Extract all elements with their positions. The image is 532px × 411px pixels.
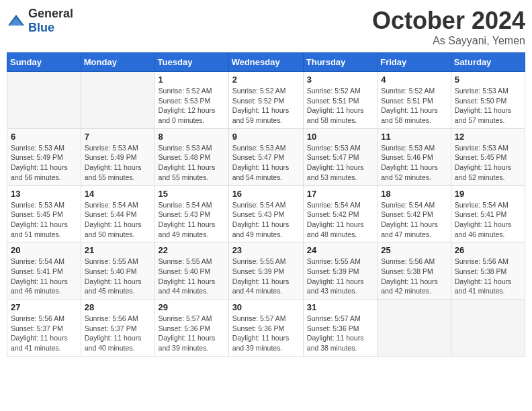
week-row-5: 27Sunrise: 5:56 AM Sunset: 5:37 PM Dayli… [7,300,525,357]
day-info: Sunrise: 5:53 AM Sunset: 5:47 PM Dayligh… [232,143,300,183]
day-info: Sunrise: 5:57 AM Sunset: 5:36 PM Dayligh… [159,314,225,353]
week-row-4: 20Sunrise: 5:54 AM Sunset: 5:41 PM Dayli… [7,242,525,300]
day-info: Sunrise: 5:52 AM Sunset: 5:53 PM Dayligh… [159,86,225,126]
day-number: 8 [159,132,225,142]
calendar-cell: 25Sunrise: 5:56 AM Sunset: 5:38 PM Dayli… [378,242,451,300]
calendar-cell: 24Sunrise: 5:55 AM Sunset: 5:39 PM Dayli… [303,242,377,300]
page-header: General Blue October 2024 As Sayyani, Ye… [7,7,525,47]
day-number: 1 [159,75,225,85]
day-info: Sunrise: 5:54 AM Sunset: 5:43 PM Dayligh… [232,200,300,240]
day-number: 30 [232,302,300,312]
day-info: Sunrise: 5:54 AM Sunset: 5:41 PM Dayligh… [11,257,77,296]
calendar-cell: 17Sunrise: 5:54 AM Sunset: 5:42 PM Dayli… [303,185,377,242]
calendar-cell: 18Sunrise: 5:54 AM Sunset: 5:42 PM Dayli… [378,185,451,242]
day-number: 25 [381,245,447,255]
calendar-cell: 6Sunrise: 5:53 AM Sunset: 5:49 PM Daylig… [7,128,81,185]
weekday-saturday: Saturday [451,53,525,72]
day-number: 5 [455,75,521,85]
day-number: 21 [85,245,151,255]
day-info: Sunrise: 5:53 AM Sunset: 5:48 PM Dayligh… [159,143,225,183]
day-info: Sunrise: 5:53 AM Sunset: 5:49 PM Dayligh… [11,143,77,183]
day-info: Sunrise: 5:54 AM Sunset: 5:41 PM Dayligh… [455,200,521,240]
logo-icon [7,13,26,28]
day-info: Sunrise: 5:53 AM Sunset: 5:50 PM Dayligh… [455,86,521,126]
calendar-cell [378,300,451,357]
calendar-cell: 28Sunrise: 5:56 AM Sunset: 5:37 PM Dayli… [81,300,154,357]
day-info: Sunrise: 5:52 AM Sunset: 5:51 PM Dayligh… [381,86,447,126]
day-number: 26 [455,245,521,255]
day-number: 3 [307,75,373,85]
calendar-cell: 23Sunrise: 5:55 AM Sunset: 5:39 PM Dayli… [228,242,303,300]
week-row-2: 6Sunrise: 5:53 AM Sunset: 5:49 PM Daylig… [7,128,525,185]
calendar-cell: 19Sunrise: 5:54 AM Sunset: 5:41 PM Dayli… [451,185,525,242]
day-number: 14 [85,189,151,199]
day-number: 11 [381,132,447,142]
weekday-monday: Monday [81,53,154,72]
calendar-cell: 10Sunrise: 5:53 AM Sunset: 5:47 PM Dayli… [303,128,377,185]
calendar-cell: 30Sunrise: 5:57 AM Sunset: 5:36 PM Dayli… [228,300,303,357]
week-row-3: 13Sunrise: 5:53 AM Sunset: 5:45 PM Dayli… [7,185,525,242]
calendar-cell: 22Sunrise: 5:55 AM Sunset: 5:40 PM Dayli… [154,242,228,300]
day-number: 27 [11,302,77,312]
calendar-cell [81,72,154,129]
logo: General Blue [7,7,73,35]
day-info: Sunrise: 5:53 AM Sunset: 5:46 PM Dayligh… [381,143,447,183]
calendar-cell: 13Sunrise: 5:53 AM Sunset: 5:45 PM Dayli… [7,185,81,242]
calendar-cell: 5Sunrise: 5:53 AM Sunset: 5:50 PM Daylig… [451,72,525,129]
title-area: October 2024 As Sayyani, Yemen [372,7,525,47]
day-number: 16 [232,189,300,199]
day-info: Sunrise: 5:54 AM Sunset: 5:42 PM Dayligh… [381,200,447,240]
calendar-cell: 12Sunrise: 5:53 AM Sunset: 5:45 PM Dayli… [451,128,525,185]
day-info: Sunrise: 5:55 AM Sunset: 5:39 PM Dayligh… [307,257,373,296]
day-number: 19 [455,189,521,199]
day-info: Sunrise: 5:53 AM Sunset: 5:45 PM Dayligh… [11,200,77,240]
day-number: 24 [307,245,373,255]
day-info: Sunrise: 5:52 AM Sunset: 5:52 PM Dayligh… [232,86,300,126]
calendar-cell: 1Sunrise: 5:52 AM Sunset: 5:53 PM Daylig… [154,72,228,129]
day-number: 23 [232,245,300,255]
logo-general: General [28,7,73,20]
calendar-cell: 15Sunrise: 5:54 AM Sunset: 5:43 PM Dayli… [154,185,228,242]
location-title: As Sayyani, Yemen [372,35,525,47]
day-info: Sunrise: 5:57 AM Sunset: 5:36 PM Dayligh… [232,314,300,353]
day-info: Sunrise: 5:54 AM Sunset: 5:42 PM Dayligh… [307,200,373,240]
calendar-cell: 11Sunrise: 5:53 AM Sunset: 5:46 PM Dayli… [378,128,451,185]
day-number: 18 [381,189,447,199]
day-number: 7 [85,132,151,142]
calendar-cell: 29Sunrise: 5:57 AM Sunset: 5:36 PM Dayli… [154,300,228,357]
day-number: 28 [85,302,151,312]
weekday-tuesday: Tuesday [154,53,228,72]
calendar-cell: 9Sunrise: 5:53 AM Sunset: 5:47 PM Daylig… [228,128,303,185]
day-number: 31 [307,302,373,312]
day-number: 22 [159,245,225,255]
calendar-cell: 7Sunrise: 5:53 AM Sunset: 5:49 PM Daylig… [81,128,154,185]
day-info: Sunrise: 5:54 AM Sunset: 5:43 PM Dayligh… [159,200,225,240]
day-number: 4 [381,75,447,85]
weekday-friday: Friday [378,53,451,72]
calendar-cell: 31Sunrise: 5:57 AM Sunset: 5:36 PM Dayli… [303,300,377,357]
calendar-cell: 16Sunrise: 5:54 AM Sunset: 5:43 PM Dayli… [228,185,303,242]
day-info: Sunrise: 5:57 AM Sunset: 5:36 PM Dayligh… [307,314,373,353]
day-info: Sunrise: 5:56 AM Sunset: 5:38 PM Dayligh… [455,257,521,296]
day-number: 13 [11,189,77,199]
day-info: Sunrise: 5:53 AM Sunset: 5:45 PM Dayligh… [455,143,521,183]
day-number: 10 [307,132,373,142]
day-number: 17 [307,189,373,199]
calendar-cell: 27Sunrise: 5:56 AM Sunset: 5:37 PM Dayli… [7,300,81,357]
month-title: October 2024 [372,7,525,35]
day-number: 15 [159,189,225,199]
logo-blue: Blue [28,21,54,34]
calendar-cell [7,72,81,129]
calendar-cell: 8Sunrise: 5:53 AM Sunset: 5:48 PM Daylig… [154,128,228,185]
day-number: 29 [159,302,225,312]
calendar-cell: 20Sunrise: 5:54 AM Sunset: 5:41 PM Dayli… [7,242,81,300]
calendar-cell: 2Sunrise: 5:52 AM Sunset: 5:52 PM Daylig… [228,72,303,129]
day-number: 9 [232,132,300,142]
day-info: Sunrise: 5:54 AM Sunset: 5:44 PM Dayligh… [85,200,151,240]
day-number: 2 [232,75,300,85]
calendar-cell: 14Sunrise: 5:54 AM Sunset: 5:44 PM Dayli… [81,185,154,242]
day-number: 20 [11,245,77,255]
calendar-table: SundayMondayTuesdayWednesdayThursdayFrid… [7,52,525,357]
day-info: Sunrise: 5:53 AM Sunset: 5:49 PM Dayligh… [85,143,151,183]
day-info: Sunrise: 5:56 AM Sunset: 5:37 PM Dayligh… [11,314,77,353]
